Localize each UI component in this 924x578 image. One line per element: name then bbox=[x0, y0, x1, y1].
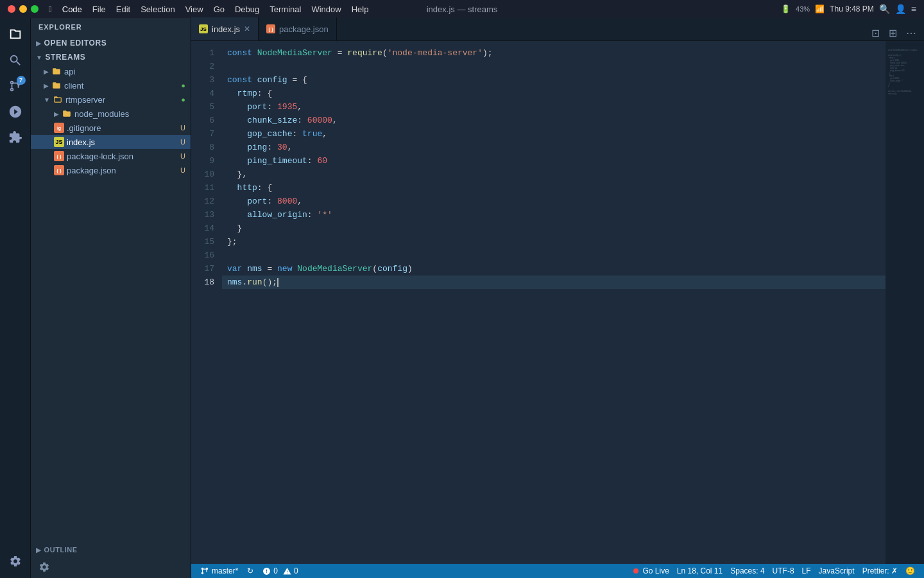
go-live-label: Go Live bbox=[642, 566, 669, 575]
code-content[interactable]: const NodeMediaServer = require('node-me… bbox=[222, 41, 886, 564]
titlebar:  Code File Edit Selection View Go Debug… bbox=[0, 0, 924, 18]
tab-index-js[interactable]: JS index.js ✕ bbox=[191, 17, 259, 40]
tab-package-json[interactable]: { } package.json bbox=[259, 17, 337, 40]
ln-8: 8 bbox=[191, 141, 222, 154]
code-line-8: ping: 30, bbox=[222, 141, 886, 154]
line-numbers: 1 2 3 4 5 6 7 8 9 10 11 12 13 14 15 16 1… bbox=[191, 41, 222, 564]
tab-package-json-icon: { } bbox=[266, 24, 275, 33]
maximize-button[interactable] bbox=[31, 5, 38, 13]
ln-15: 15 bbox=[191, 235, 222, 249]
warning-count: 0 bbox=[294, 566, 298, 575]
node-modules-label: node_modules bbox=[74, 109, 185, 119]
search-icon[interactable] bbox=[4, 49, 27, 72]
ln-1: 1 bbox=[191, 46, 222, 60]
source-control-icon[interactable]: 7 bbox=[4, 74, 27, 98]
indentation[interactable]: Spaces: 4 bbox=[726, 564, 768, 578]
minimize-button[interactable] bbox=[19, 5, 27, 13]
battery-level: 43% bbox=[796, 5, 810, 13]
split-editor-icon[interactable]: ⊡ bbox=[869, 26, 882, 40]
code-line-9: ping_timeout: 60 bbox=[222, 154, 886, 168]
menu-debug[interactable]: Debug bbox=[235, 4, 259, 14]
encoding-label: UTF-8 bbox=[773, 566, 794, 575]
cursor-position[interactable]: Ln 18, Col 11 bbox=[673, 564, 726, 578]
branch-name: master* bbox=[212, 566, 238, 575]
streams-label: STREAMS bbox=[46, 53, 86, 62]
extensions-icon[interactable] bbox=[4, 126, 27, 149]
tab-index-js-close[interactable]: ✕ bbox=[244, 24, 250, 33]
sync-icon: ↻ bbox=[247, 566, 253, 575]
streams-section[interactable]: STREAMS bbox=[31, 50, 191, 64]
position-label: Ln 18, Col 11 bbox=[677, 566, 723, 575]
ln-4: 4 bbox=[191, 87, 222, 100]
code-line-16 bbox=[222, 249, 886, 262]
search-spotlight-icon[interactable]: 🔍 bbox=[879, 4, 890, 14]
sync-status[interactable]: ↻ bbox=[243, 564, 257, 578]
branch-status[interactable]: master* bbox=[196, 564, 242, 578]
code-line-12: port: 8000, bbox=[222, 195, 886, 208]
ln-6: 6 bbox=[191, 114, 222, 127]
ln-3: 3 bbox=[191, 73, 222, 87]
sidebar-item-index-js[interactable]: JS index.js U bbox=[31, 135, 191, 149]
status-bar: master* ↻ 0 0 bbox=[191, 564, 924, 578]
menu-file[interactable]: File bbox=[92, 4, 106, 14]
prettier-status[interactable]: Prettier: ✗ bbox=[859, 564, 902, 578]
code-line-7: gop_cache: true, bbox=[222, 127, 886, 141]
menu-view[interactable]: View bbox=[185, 4, 203, 14]
menu-code[interactable]: Code bbox=[62, 4, 82, 14]
rtmpserver-chevron bbox=[44, 96, 50, 103]
package-json-icon: { } bbox=[54, 165, 64, 175]
language-mode[interactable]: JavaScript bbox=[815, 564, 859, 578]
files-icon[interactable] bbox=[4, 23, 27, 46]
encoding[interactable]: UTF-8 bbox=[769, 564, 798, 578]
client-git-badge: ● bbox=[181, 82, 185, 89]
smiley-icon[interactable]: 🙂 bbox=[902, 564, 919, 578]
gitignore-label: .gitignore bbox=[67, 123, 178, 133]
svg-point-0 bbox=[633, 568, 638, 574]
client-chevron bbox=[44, 82, 49, 89]
menu-bar:  Code File Edit Selection View Go Debug… bbox=[49, 4, 368, 14]
sidebar-item-client[interactable]: client ● bbox=[31, 78, 191, 92]
menu-selection[interactable]: Selection bbox=[141, 4, 175, 14]
gitignore-git-badge: U bbox=[180, 124, 185, 132]
more-actions-icon[interactable]: ⋯ bbox=[903, 26, 919, 40]
debug-icon[interactable] bbox=[4, 100, 27, 123]
eol[interactable]: LF bbox=[798, 564, 815, 578]
toggle-sidebar-icon[interactable]: ⊞ bbox=[886, 26, 900, 40]
rtmpserver-label: rtmpserver bbox=[65, 95, 178, 105]
open-editors-label: OPEN EDITORS bbox=[44, 39, 107, 48]
index-js-label: index.js bbox=[67, 137, 178, 147]
editor-area: JS index.js ✕ { } package.json ⊡ ⊞ ⋯ 1 2… bbox=[191, 18, 924, 578]
menu-edit[interactable]: Edit bbox=[116, 4, 130, 14]
sidebar-item-api[interactable]: api bbox=[31, 64, 191, 78]
user-icon[interactable]: 👤 bbox=[895, 4, 906, 14]
sidebar-item-rtmpserver[interactable]: rtmpserver ● bbox=[31, 92, 191, 107]
app-body: 7 EXPLORER OPEN EDITORS bbox=[0, 18, 924, 578]
index-js-icon: JS bbox=[54, 137, 64, 147]
go-live-button[interactable]: Go Live bbox=[628, 564, 672, 578]
ln-9: 9 bbox=[191, 154, 222, 168]
menu-window[interactable]: Window bbox=[311, 4, 341, 14]
menu-go[interactable]: Go bbox=[214, 4, 225, 14]
sidebar-item-package-lock[interactable]: { } package-lock.json U bbox=[31, 149, 191, 163]
outline-section[interactable]: OUTLINE bbox=[31, 543, 191, 556]
node-modules-chevron bbox=[54, 110, 59, 118]
menu-help[interactable]: Help bbox=[352, 4, 369, 14]
menu-terminal[interactable]: Terminal bbox=[270, 4, 301, 14]
open-editors-section[interactable]: OPEN EDITORS bbox=[31, 36, 191, 50]
settings-activity-icon[interactable] bbox=[4, 550, 27, 573]
tab-package-json-label: package.json bbox=[279, 24, 329, 34]
api-chevron bbox=[44, 68, 49, 75]
tab-index-js-label: index.js bbox=[212, 24, 240, 34]
error-status[interactable]: 0 0 bbox=[259, 564, 302, 578]
sidebar-item-gitignore[interactable]: ig .gitignore U bbox=[31, 121, 191, 135]
source-control-badge: 7 bbox=[17, 76, 26, 85]
close-button[interactable] bbox=[8, 5, 15, 13]
sidebar-item-node-modules[interactable]: node_modules bbox=[31, 107, 191, 121]
control-center-icon[interactable]: ≡ bbox=[911, 4, 916, 14]
sidebar-item-package-json[interactable]: { } package.json U bbox=[31, 163, 191, 177]
titlebar-left:  Code File Edit Selection View Go Debug… bbox=[8, 4, 368, 14]
menu-apple[interactable]:  bbox=[49, 4, 52, 14]
settings-button[interactable] bbox=[31, 556, 191, 578]
code-editor[interactable]: 1 2 3 4 5 6 7 8 9 10 11 12 13 14 15 16 1… bbox=[191, 41, 924, 564]
rtmpserver-git-badge: ● bbox=[181, 96, 185, 103]
